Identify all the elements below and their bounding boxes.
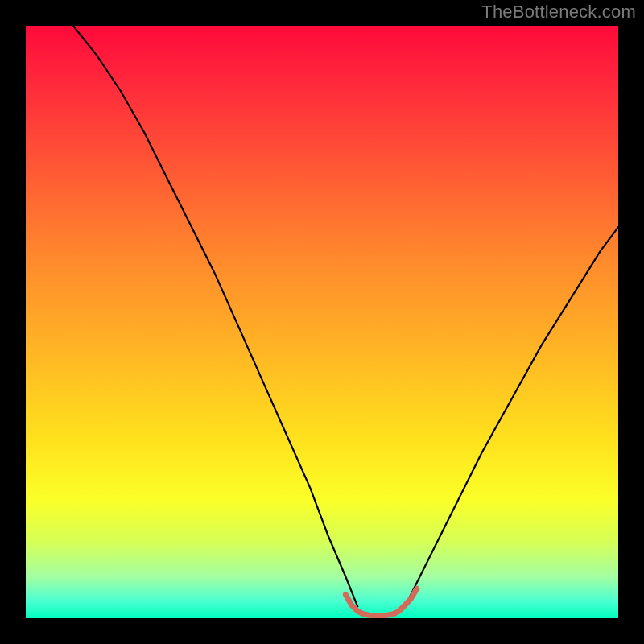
watermark-text: TheBottleneck.com (481, 2, 636, 23)
curve-layer (26, 26, 618, 618)
right-branch-line (405, 227, 618, 606)
plot-area (26, 26, 618, 618)
chart-frame: TheBottleneck.com (0, 0, 644, 644)
left-branch-line (73, 26, 357, 606)
